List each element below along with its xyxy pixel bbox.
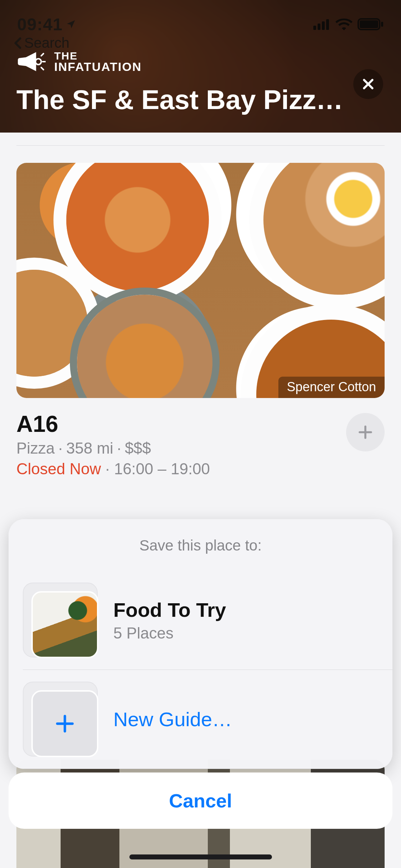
cancel-button[interactable]: Cancel (9, 773, 392, 829)
new-guide-thumbnail (23, 682, 98, 756)
svg-rect-0 (313, 26, 316, 30)
guide-thumbnail (23, 583, 98, 657)
cellular-icon (313, 19, 330, 30)
svg-rect-2 (322, 21, 325, 30)
megaphone-icon (16, 51, 46, 73)
new-guide-option[interactable]: New Guide… (9, 670, 392, 769)
save-sheet: Save this place to: Food To Try 5 Places… (9, 519, 392, 769)
battery-icon (358, 18, 384, 30)
svg-rect-5 (360, 20, 378, 28)
svg-rect-3 (326, 19, 329, 30)
page-title: The SF & East Bay Pizza… (16, 84, 344, 115)
svg-rect-1 (318, 24, 320, 30)
back-label: Search (24, 35, 70, 51)
sheet-title: Save this place to: (9, 519, 392, 570)
new-guide-label: New Guide… (113, 708, 232, 731)
close-button[interactable] (353, 69, 383, 99)
chevron-left-icon (13, 37, 22, 49)
location-arrow-icon (66, 19, 76, 30)
home-indicator[interactable] (129, 854, 272, 859)
svg-point-7 (35, 59, 41, 64)
clock-label: 09:41 (17, 15, 63, 34)
guide-subtitle: 5 Places (113, 624, 226, 642)
svg-rect-6 (381, 22, 383, 27)
header-hero: 09:41 Search THE INFATUATION (0, 0, 401, 133)
status-time: 09:41 (17, 15, 76, 34)
back-to-search[interactable]: Search (13, 35, 70, 51)
guide-name: Food To Try (113, 598, 226, 621)
guide-option-food-to-try[interactable]: Food To Try 5 Places (9, 570, 392, 670)
brand-name: THE INFATUATION (54, 51, 142, 73)
plus-icon (53, 712, 76, 735)
cancel-label: Cancel (169, 790, 232, 811)
status-bar: 09:41 (0, 10, 401, 38)
close-icon (361, 77, 375, 91)
wifi-icon (335, 18, 353, 30)
